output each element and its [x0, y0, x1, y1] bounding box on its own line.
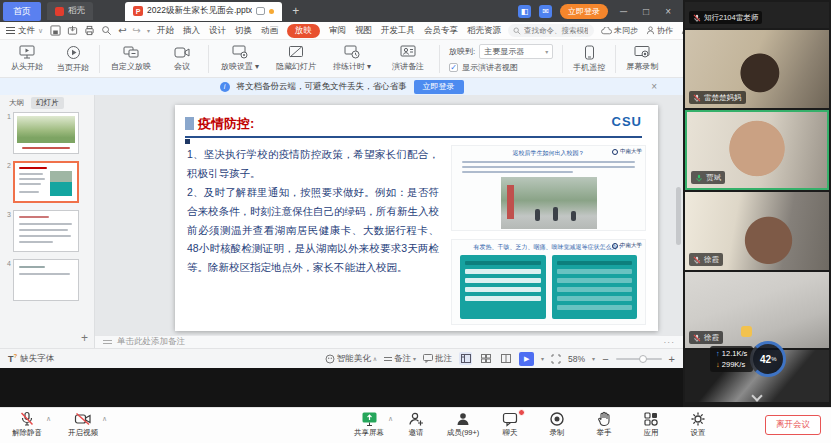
tab-insert[interactable]: 插入	[183, 25, 200, 37]
apps-button[interactable]: 应用	[634, 411, 668, 438]
hide-slide-button[interactable]: 隐藏幻灯片	[268, 45, 324, 72]
notes-bar[interactable]: 单击此处添加备注 ···	[95, 335, 683, 348]
settings-button[interactable]: 设置	[681, 411, 715, 438]
slide-number: 1	[2, 112, 11, 154]
tab-view[interactable]: 视图	[355, 25, 372, 37]
network-stats-overlay: ↑ 12.1K/s ↓ 299K/s 42%	[710, 341, 786, 377]
raise-hand-button[interactable]: 举手	[587, 411, 621, 438]
chat-button[interactable]: 聊天	[493, 411, 527, 438]
login-button[interactable]: 立即登录	[560, 4, 608, 19]
save-icon[interactable]	[50, 25, 61, 36]
video-tile-5[interactable]: 徐霞	[685, 272, 829, 348]
video-tile-3-speaking[interactable]: 贾斌	[685, 110, 829, 190]
rehearse-button[interactable]: 排练计时 ▾	[324, 45, 380, 72]
normal-view-icon[interactable]	[459, 352, 472, 365]
missing-font-indicator[interactable]: T? 缺失字体	[8, 353, 54, 365]
undo-icon[interactable]: ↩	[118, 25, 126, 36]
tab-member[interactable]: 会员专享	[424, 25, 458, 37]
video-tile-1[interactable]: 知行2104雷老师	[685, 2, 829, 28]
message-icon[interactable]: ✉	[539, 5, 552, 18]
unmute-button[interactable]: 解除静音 ∧	[10, 411, 44, 438]
notice-login-button[interactable]: 立即登录	[414, 80, 464, 94]
invite-button[interactable]: 邀请	[399, 411, 433, 438]
tab-daoke-res[interactable]: 稻壳资源	[467, 25, 501, 37]
from-current-button[interactable]: 当页开始	[50, 45, 96, 73]
document-tab[interactable]: P 2022级新生家长见面会.pptx	[125, 2, 282, 21]
tab-devtools[interactable]: 开发工具	[381, 25, 415, 37]
show-settings-button[interactable]: 放映设置 ▾	[212, 45, 268, 72]
export-icon[interactable]	[67, 25, 78, 36]
theme-icon[interactable]: ◧	[518, 5, 531, 18]
maximize-button[interactable]: □	[639, 6, 653, 17]
meeting-button[interactable]: 会议	[159, 46, 205, 72]
screen-record-button[interactable]: 屏幕录制	[619, 45, 665, 72]
custom-show-button[interactable]: 自定义放映	[103, 45, 159, 72]
slide-thumbnail-3[interactable]	[13, 210, 79, 252]
play-slideshow-button[interactable]: ▶	[519, 352, 534, 366]
camera-options-caret[interactable]: ∧	[102, 415, 107, 423]
slides-tab[interactable]: 幻灯片	[31, 97, 64, 109]
participants-sidebar: 知行2104雷老师 雷楚楚妈妈 贾斌 徐霞 徐霞	[683, 0, 831, 407]
current-slide[interactable]: 疫情防控: CSU 1、坚决执行学校的疫情防控政策，希望家长们配合，积极引导孩子…	[175, 105, 658, 331]
slide-thumbnail-4[interactable]	[13, 259, 79, 301]
record-button[interactable]: 录制	[540, 411, 574, 438]
from-beginning-button[interactable]: 从头开始	[4, 45, 50, 72]
tab-review[interactable]: 审阅	[329, 25, 346, 37]
tab-home[interactable]: 开始	[157, 25, 174, 37]
print-icon[interactable]	[84, 25, 95, 36]
new-tab-button[interactable]: +	[292, 4, 299, 18]
start-video-button[interactable]: 开启视频 ∧	[66, 411, 100, 438]
tab-slideshow[interactable]: 放映	[287, 24, 320, 38]
presenter-view-checkbox[interactable]: ✓	[449, 63, 458, 72]
notes-more-icon[interactable]: ···	[664, 337, 676, 347]
file-menu[interactable]: 文件 ∨	[6, 25, 43, 37]
home-tab[interactable]: 首页	[3, 2, 41, 21]
editor-scrollbar[interactable]	[676, 101, 681, 328]
zoom-out-button[interactable]: −	[602, 353, 608, 365]
slide-sorter-view-icon[interactable]	[479, 352, 492, 365]
mic-options-caret[interactable]: ∧	[46, 415, 51, 423]
participant-name: 雷楚楚妈妈	[704, 93, 742, 103]
phone-remote-button[interactable]: 手机遥控	[566, 45, 612, 73]
daoke-logo-icon	[55, 7, 64, 16]
meeting-label: 会议	[174, 61, 190, 72]
add-slide-button[interactable]: +	[81, 331, 88, 345]
zoom-in-button[interactable]: +	[669, 353, 675, 365]
muted-mic-icon	[693, 14, 701, 22]
video-tile-4[interactable]: 徐霞	[685, 192, 829, 270]
video-tile-2[interactable]: 雷楚楚妈妈	[685, 30, 829, 108]
person-icon	[646, 26, 655, 35]
notice-close-icon[interactable]: ×	[651, 81, 657, 92]
outline-tab[interactable]: 大纲	[4, 97, 29, 109]
missing-font-label: 缺失字体	[20, 353, 54, 365]
reading-view-icon[interactable]	[499, 352, 512, 365]
slide-thumbnail-2-selected[interactable]	[13, 161, 79, 203]
tab-transition[interactable]: 切换	[235, 25, 252, 37]
notes-toggle-button[interactable]: 备注 ▾	[384, 353, 416, 365]
university-name: 中南大学	[620, 148, 642, 155]
leave-meeting-button[interactable]: 离开会议	[765, 415, 821, 435]
collaborate-button[interactable]: 协作	[646, 25, 673, 36]
smart-beautify-button[interactable]: 智能美化 ∧	[325, 353, 377, 365]
display-select[interactable]: 主要显示器 ▾	[479, 44, 553, 59]
preview-icon[interactable]	[101, 25, 112, 36]
tab-design[interactable]: 设计	[209, 25, 226, 37]
fullscreen-icon[interactable]	[551, 354, 561, 364]
comments-button[interactable]: 批注	[423, 353, 452, 365]
close-button[interactable]: ×	[661, 6, 675, 17]
speaker-notes-button[interactable]: 演讲备注	[380, 45, 436, 72]
share-screen-button[interactable]: 共享屏幕 ∧	[352, 411, 386, 438]
minimize-button[interactable]: ─	[616, 6, 631, 17]
campus-photo	[501, 177, 597, 229]
share-options-caret[interactable]: ∧	[388, 415, 393, 423]
slide-paragraph-2: 2、及时了解群里通知，按照要求做好。例如：是否符合来校条件，时刻注意保住自己的绿…	[187, 183, 439, 277]
sync-status[interactable]: 未同步	[601, 25, 638, 36]
members-button[interactable]: 成员(99+)	[446, 411, 480, 438]
tab-animation[interactable]: 动画	[261, 25, 278, 37]
zoom-level[interactable]: 58%	[568, 354, 585, 364]
zoom-slider[interactable]	[616, 358, 662, 360]
daoke-tab[interactable]: 稻壳	[47, 2, 93, 20]
slide-editor[interactable]: 疫情防控: CSU 1、坚决执行学校的疫情防控政策，希望家长们配合，积极引导孩子…	[95, 95, 683, 348]
redo-icon[interactable]: ↪	[133, 25, 141, 36]
slide-thumbnail-1[interactable]	[13, 112, 79, 154]
